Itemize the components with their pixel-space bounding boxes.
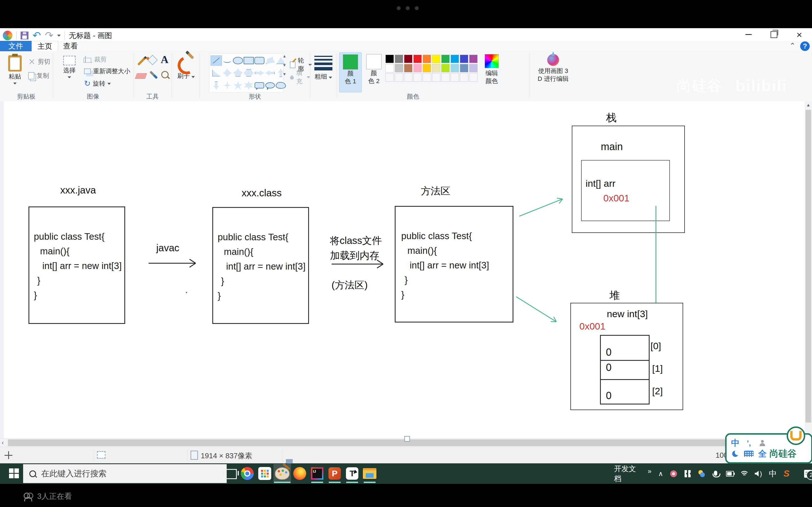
copy-button[interactable]: 复制 <box>28 71 49 80</box>
collapse-ribbon-icon[interactable]: ⌃ <box>790 41 796 50</box>
fill-button[interactable]: 填充 <box>290 69 310 86</box>
vertical-scrollbar[interactable]: ▲ ▼ <box>805 101 812 438</box>
shape-down-arrow[interactable] <box>211 80 221 90</box>
palette-swatch[interactable] <box>469 55 477 63</box>
sogou-account-icon[interactable] <box>760 440 765 446</box>
eyedropper-tool[interactable] <box>149 72 158 77</box>
shape-right-arrow[interactable] <box>254 68 265 78</box>
scroll-up-icon[interactable]: ▲ <box>805 103 812 108</box>
palette-swatch[interactable] <box>413 64 422 72</box>
tab-home[interactable]: 主页 <box>32 41 58 51</box>
eraser-tool[interactable] <box>136 73 146 80</box>
tray-app3-icon[interactable] <box>698 470 705 478</box>
brush-button[interactable]: 刷子 <box>177 54 195 80</box>
save-icon[interactable] <box>20 32 29 40</box>
cut-button[interactable]: 剪切 <box>28 57 50 66</box>
taskbar-app-powerpoint[interactable]: P <box>326 464 343 483</box>
paste-button[interactable]: 粘贴 <box>5 55 25 86</box>
sogou-toolbar[interactable]: 中 ’, 全 尚硅谷 <box>725 433 812 464</box>
vertical-scroll-thumb[interactable] <box>806 110 811 422</box>
horizontal-scroll-thumb[interactable] <box>8 439 758 446</box>
maximize-button[interactable] <box>761 28 786 41</box>
sogou-tray-icon[interactable]: S <box>783 468 790 479</box>
taskbar-app-intellij[interactable]: IJ <box>308 464 326 483</box>
tray-app1-icon[interactable] <box>670 470 677 478</box>
taskbar-search[interactable]: 在此键入进行搜索 <box>23 464 227 483</box>
start-button[interactable] <box>9 468 19 478</box>
shapes-more-icon[interactable]: ▼ <box>283 72 287 76</box>
scroll-left-icon[interactable]: ‹ <box>2 439 4 446</box>
task-view-button[interactable] <box>225 469 237 480</box>
close-button[interactable]: × <box>786 28 812 41</box>
palette-swatch[interactable] <box>413 55 422 63</box>
palette-swatch-empty[interactable] <box>432 73 441 82</box>
taskbar-app-firefox[interactable] <box>291 464 308 483</box>
taskbar-app-launcher[interactable] <box>256 464 273 483</box>
taskbar-app-chrome[interactable] <box>239 464 256 483</box>
shape-polygon[interactable] <box>265 56 275 65</box>
shape-hexagon[interactable] <box>243 68 254 78</box>
tab-file[interactable]: 文件 <box>0 41 32 51</box>
palette-swatch-empty[interactable] <box>469 73 477 82</box>
magnifier-tool[interactable] <box>161 71 168 79</box>
palette-swatch[interactable] <box>451 55 459 63</box>
tray-more-icon[interactable]: » <box>648 467 651 475</box>
palette-swatch[interactable] <box>395 64 403 72</box>
palette-swatch-empty[interactable] <box>386 73 394 82</box>
palette-swatch-empty[interactable] <box>395 73 403 82</box>
palette-swatch[interactable] <box>386 55 394 63</box>
shape-pentagon[interactable] <box>233 68 243 78</box>
select-button[interactable]: 选择 <box>58 56 81 79</box>
paint-canvas[interactable]: xxx.java public class Test{ main(){ int[… <box>0 101 812 438</box>
sogou-cn-indicator[interactable]: 中 <box>731 438 740 449</box>
sogou-night-mode-icon[interactable] <box>732 451 739 457</box>
rotate-button[interactable]: ↻旋转 <box>84 79 111 88</box>
tab-view[interactable]: 查看 <box>57 41 84 51</box>
shapes-scroll-up-icon[interactable]: ▲ <box>283 54 287 58</box>
sogou-keyboard-icon[interactable] <box>744 451 754 457</box>
microphone-icon[interactable] <box>712 470 719 478</box>
palette-swatch-empty[interactable] <box>451 73 459 82</box>
text-tool[interactable]: A <box>161 54 168 65</box>
shape-five-point-star[interactable] <box>233 80 243 90</box>
palette-swatch[interactable] <box>423 55 431 63</box>
player-menu-dots[interactable] <box>394 6 421 11</box>
shape-rectangle[interactable] <box>243 56 254 65</box>
sogou-punct-indicator[interactable]: ’, <box>747 439 751 448</box>
palette-swatch[interactable] <box>460 55 468 63</box>
minimize-button[interactable] <box>736 28 761 41</box>
palette-swatch-empty[interactable] <box>404 73 412 82</box>
shape-left-arrow[interactable] <box>265 68 275 78</box>
help-button[interactable]: ? <box>800 41 810 51</box>
shapes-scroll-down-icon[interactable]: ▼ <box>283 63 287 67</box>
taskbar-app-typora[interactable]: T <box>343 464 361 483</box>
palette-swatch[interactable] <box>432 64 441 72</box>
shape-four-point-star[interactable] <box>222 80 233 90</box>
palette-swatch[interactable] <box>441 64 450 72</box>
palette-swatch[interactable] <box>441 55 450 63</box>
tray-dev-docs[interactable]: 开发文档 <box>614 464 641 484</box>
shape-rounded-callout[interactable] <box>254 80 265 90</box>
palette-swatch[interactable] <box>404 55 412 63</box>
fill-tool[interactable] <box>149 56 156 65</box>
taskbar-app-explorer[interactable] <box>361 464 378 483</box>
crop-button[interactable]: 裁剪 <box>85 55 107 64</box>
palette-swatch[interactable] <box>386 64 394 72</box>
shape-oval[interactable] <box>233 56 243 65</box>
palette-swatch[interactable] <box>469 64 477 72</box>
palette-swatch[interactable] <box>460 64 468 72</box>
palette-swatch[interactable] <box>404 64 412 72</box>
size-button[interactable]: 粗细 <box>314 56 333 80</box>
shape-six-point-star[interactable] <box>243 80 254 90</box>
color1-button[interactable]: 颜色 1 <box>339 52 362 93</box>
paint3d-button[interactable]: 使用画图 3D 进行编辑 <box>534 54 573 82</box>
undo-icon[interactable]: ↶ <box>33 30 41 41</box>
pencil-tool[interactable] <box>137 58 148 63</box>
palette-swatch-empty[interactable] <box>413 73 422 82</box>
shape-right-triangle[interactable] <box>211 68 221 78</box>
palette-swatch[interactable] <box>395 55 403 63</box>
canvas-resize-handle[interactable] <box>404 436 410 442</box>
shape-cloud-callout[interactable] <box>275 80 286 90</box>
palette-swatch[interactable] <box>432 55 441 63</box>
palette-swatch[interactable] <box>451 64 459 72</box>
